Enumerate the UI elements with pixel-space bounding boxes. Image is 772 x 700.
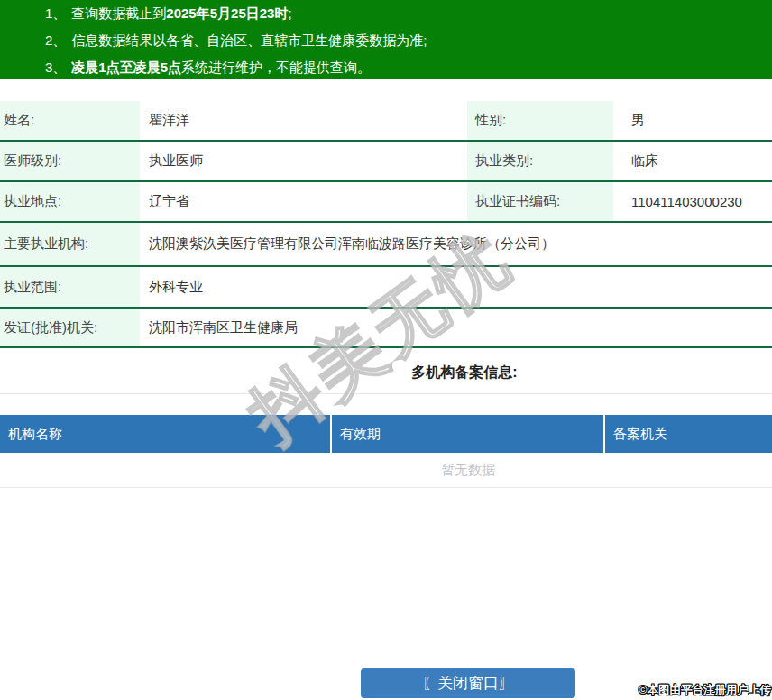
notice-line-1: 1、查询数据截止到2025年5月25日23时; (0, 0, 772, 27)
notice-text: 查询数据截止到 (71, 5, 166, 21)
filing-table-header: 机构名称 有效期 备案机关 (0, 415, 772, 453)
practice-location-value: 辽宁省 (140, 182, 467, 221)
name-label: 姓名: (0, 101, 140, 140)
doctor-info-table: 姓名: 瞿洋洋 性别: 男 医师级别: 执业医师 执业类别: 临床 执业地点: … (0, 101, 772, 348)
practice-scope-label: 执业范围: (0, 267, 140, 307)
notice-line-3: 3、凌晨1点至凌晨5点系统进行维护，不能提供查询。 (0, 54, 772, 81)
notice-banner: 1、查询数据截止到2025年5月25日23时; 2、信息数据结果以各省、自治区、… (0, 0, 772, 79)
notice-line-2: 2、信息数据结果以各省、自治区、直辖市卫生健康委数据为准; (0, 27, 772, 54)
filing-section-title: 多机构备案信息: (78, 364, 772, 382)
filing-section-heading-row: 多机构备案信息: (0, 348, 772, 394)
table-row: 姓名: 瞿洋洋 性别: 男 (0, 101, 772, 142)
table-row: 医师级别: 执业医师 执业类别: 临床 (0, 142, 772, 182)
notice-text-bold: 2025年5月25日23时 (166, 5, 288, 21)
doctor-level-value: 执业医师 (140, 142, 467, 180)
gender-label: 性别: (467, 101, 613, 140)
table-row: 执业地点: 辽宁省 执业证书编码: 110411403000230 (0, 182, 772, 223)
notice-text: 信息数据结果以各省、自治区、直辖市卫生健康委数据为准; (71, 32, 427, 48)
column-header-institution-name: 机构名称 (0, 415, 332, 453)
notice-text: ; (288, 5, 291, 21)
close-window-button[interactable]: 〖关闭窗口〗 (361, 668, 575, 698)
table-row: 主要执业机构: 沈阳澳紫汣美医疗管理有限公司浑南临波路医疗美容诊所（分公司） (0, 223, 772, 267)
notice-number: 3、 (45, 60, 66, 75)
column-header-validity-period: 有效期 (332, 415, 605, 453)
certificate-number-label: 执业证书编码: (467, 182, 613, 221)
practice-location-label: 执业地点: (0, 182, 140, 221)
gender-value: 男 (613, 101, 772, 140)
table-row: 发证(批准)机关: 沈阳市浑南区卫生健康局 (0, 309, 772, 348)
name-value: 瞿洋洋 (140, 101, 467, 140)
practice-category-label: 执业类别: (467, 142, 613, 180)
image-attribution-text: ©本图由平台注册用户上传 (639, 683, 771, 698)
empty-data-row: 暂无数据 (0, 453, 772, 488)
table-row: 执业范围: 外科专业 (0, 267, 772, 309)
notice-number: 2、 (45, 32, 66, 48)
main-institution-label: 主要执业机构: (0, 223, 140, 265)
issuing-authority-value: 沈阳市浑南区卫生健康局 (140, 309, 772, 346)
doctor-level-label: 医师级别: (0, 142, 140, 180)
main-institution-value: 沈阳澳紫汣美医疗管理有限公司浑南临波路医疗美容诊所（分公司） (140, 223, 772, 265)
column-header-filing-authority: 备案机关 (605, 415, 772, 453)
issuing-authority-label: 发证(批准)机关: (0, 309, 140, 346)
notice-text-bold: 凌晨1点至凌晨5点 (71, 60, 181, 75)
certificate-number-value: 110411403000230 (613, 182, 772, 221)
practice-category-value: 临床 (613, 142, 772, 180)
empty-data-text: 暂无数据 (441, 462, 495, 477)
practice-scope-value: 外科专业 (140, 267, 772, 307)
notice-number: 1、 (45, 5, 66, 21)
query-result-page: 1、查询数据截止到2025年5月25日23时; 2、信息数据结果以各省、自治区、… (0, 0, 772, 700)
notice-text: 系统进行维护，不能提供查询。 (181, 60, 371, 75)
